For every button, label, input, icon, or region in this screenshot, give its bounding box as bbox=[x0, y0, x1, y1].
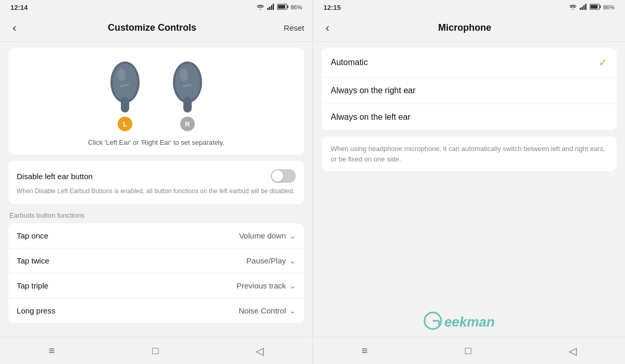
mic-option-left-ear-label: Always on the left ear bbox=[331, 112, 410, 122]
svg-rect-17 bbox=[580, 8, 581, 10]
earbuds-images: anker L anker bbox=[104, 56, 208, 131]
function-value-tap-triple: Previous track ⌄ bbox=[236, 281, 296, 291]
right-time: 12:15 bbox=[323, 4, 341, 11]
left-phone: 12:14 86% ‹ Customize Controls Reset bbox=[0, 0, 312, 364]
wifi-icon bbox=[256, 4, 265, 11]
left-nav-menu-icon[interactable]: ≡ bbox=[39, 341, 66, 361]
svg-point-10 bbox=[117, 69, 126, 81]
battery-percent-left: 86% bbox=[291, 4, 302, 10]
left-status-bar: 12:14 86% bbox=[0, 0, 312, 15]
check-icon-automatic: ✓ bbox=[598, 56, 607, 69]
tap-triple-value: Previous track bbox=[236, 281, 286, 290]
svg-text:eekman: eekman bbox=[444, 314, 495, 330]
svg-rect-5 bbox=[287, 6, 288, 8]
svg-point-8 bbox=[113, 64, 138, 101]
right-wifi-icon bbox=[569, 4, 577, 11]
left-back-button[interactable]: ‹ bbox=[8, 19, 20, 37]
function-name-tap-triple: Tap triple bbox=[17, 281, 48, 290]
function-row-tap-once[interactable]: Tap once Volume down ⌄ bbox=[8, 223, 304, 248]
svg-rect-14 bbox=[183, 97, 192, 112]
right-bottom-nav: ≡ □ ◁ bbox=[313, 337, 625, 364]
right-back-button[interactable]: ‹ bbox=[321, 19, 333, 37]
right-top-bar: ‹ Microphone bbox=[313, 15, 625, 42]
reset-button[interactable]: Reset bbox=[284, 23, 304, 32]
disable-toggle-card: Disable left ear button When Disable Lef… bbox=[8, 161, 304, 204]
function-row-tap-twice[interactable]: Tap twice Pause/Play ⌄ bbox=[8, 248, 304, 273]
disable-toggle-switch[interactable] bbox=[271, 169, 296, 183]
function-name-tap-once: Tap once bbox=[17, 231, 48, 240]
left-earbud-item[interactable]: anker L bbox=[104, 56, 146, 131]
earbuds-hint: Click 'Left Ear' or 'Right Ear' to set s… bbox=[88, 139, 224, 146]
right-content: Automatic ✓ Always on the right ear Alwa… bbox=[313, 42, 625, 337]
mic-description-text: When using headphone microphone, it can … bbox=[331, 144, 607, 164]
battery-percent-right: 86% bbox=[603, 4, 615, 10]
chevron-down-icon-tap-triple: ⌄ bbox=[289, 281, 296, 291]
right-earbud-shape: anker bbox=[167, 56, 208, 114]
function-name-tap-twice: Tap twice bbox=[17, 256, 49, 265]
right-nav-back-icon[interactable]: ◁ bbox=[558, 341, 587, 361]
right-phone: 12:15 86% ‹ Microphone Automatic ✓ bbox=[312, 0, 625, 364]
right-status-bar: 12:15 86% bbox=[313, 0, 625, 15]
function-value-tap-once: Volume down ⌄ bbox=[239, 231, 296, 241]
tap-twice-value: Pause/Play bbox=[246, 256, 286, 265]
watermark: eekman bbox=[422, 309, 516, 333]
functions-card: Tap once Volume down ⌄ Tap twice Pause/P… bbox=[8, 223, 304, 323]
left-nav-home-icon[interactable]: □ bbox=[142, 341, 169, 361]
function-row-tap-triple[interactable]: Tap triple Previous track ⌄ bbox=[8, 273, 304, 298]
chevron-down-icon-tap-once: ⌄ bbox=[289, 231, 296, 241]
right-earbud-item[interactable]: anker R bbox=[167, 56, 208, 131]
left-ear-badge[interactable]: L bbox=[118, 117, 132, 131]
function-name-long-press: Long press bbox=[17, 306, 55, 315]
svg-rect-9 bbox=[121, 97, 129, 112]
svg-rect-6 bbox=[278, 5, 285, 9]
left-time: 12:14 bbox=[10, 4, 28, 11]
mic-option-right-ear-label: Always on the right ear bbox=[331, 86, 416, 95]
mic-option-automatic-label: Automatic bbox=[331, 58, 368, 67]
right-battery-icon bbox=[590, 4, 601, 11]
mic-option-automatic[interactable]: Automatic ✓ bbox=[321, 48, 617, 78]
left-content: anker L anker bbox=[0, 42, 312, 337]
toggle-row: Disable left ear button bbox=[17, 169, 296, 183]
function-row-long-press[interactable]: Long press Noise Control ⌄ bbox=[8, 298, 304, 323]
right-ear-badge[interactable]: R bbox=[180, 117, 195, 131]
svg-rect-23 bbox=[590, 5, 597, 9]
function-value-tap-twice: Pause/Play ⌄ bbox=[246, 256, 296, 266]
svg-rect-0 bbox=[267, 8, 269, 10]
left-status-icons: 86% bbox=[256, 4, 302, 11]
tap-once-value: Volume down bbox=[239, 231, 286, 240]
chevron-down-icon-long-press: ⌄ bbox=[289, 306, 296, 316]
earbuds-card: anker L anker bbox=[8, 48, 304, 155]
left-top-bar: ‹ Customize Controls Reset bbox=[0, 15, 312, 42]
left-nav-back-icon[interactable]: ◁ bbox=[245, 341, 274, 361]
right-status-icons: 86% bbox=[569, 4, 615, 11]
right-nav-menu-icon[interactable]: ≡ bbox=[351, 341, 378, 361]
long-press-value: Noise Control bbox=[239, 306, 286, 315]
mic-options-card: Automatic ✓ Always on the right ear Alwa… bbox=[321, 48, 617, 130]
mic-option-right-ear[interactable]: Always on the right ear bbox=[321, 78, 617, 104]
toggle-label: Disable left ear button bbox=[17, 172, 93, 181]
signal-icon bbox=[267, 4, 275, 11]
svg-rect-22 bbox=[599, 6, 601, 8]
chevron-down-icon-tap-twice: ⌄ bbox=[289, 256, 296, 266]
function-value-long-press: Noise Control ⌄ bbox=[239, 306, 296, 316]
svg-rect-3 bbox=[272, 4, 274, 10]
svg-rect-19 bbox=[583, 5, 585, 10]
battery-icon bbox=[277, 4, 289, 11]
svg-point-13 bbox=[175, 64, 200, 101]
mic-description-card: When using headphone microphone, it can … bbox=[321, 136, 617, 171]
left-earbud-shape: anker bbox=[104, 56, 146, 114]
right-nav-home-icon[interactable]: □ bbox=[455, 341, 482, 361]
svg-rect-20 bbox=[585, 4, 586, 10]
toggle-hint: When Disable Left Earbud Buttons is enab… bbox=[17, 187, 296, 196]
left-bottom-nav: ≡ □ ◁ bbox=[0, 337, 312, 364]
svg-rect-18 bbox=[581, 7, 583, 10]
left-page-title: Customize Controls bbox=[108, 22, 196, 33]
toggle-knob bbox=[272, 170, 283, 182]
mic-option-left-ear[interactable]: Always on the left ear bbox=[321, 104, 617, 130]
svg-point-15 bbox=[180, 69, 188, 81]
section-label: Earbuds button functions bbox=[9, 211, 304, 219]
svg-rect-1 bbox=[269, 7, 270, 10]
svg-rect-2 bbox=[271, 5, 272, 10]
right-page-title: Microphone bbox=[438, 22, 491, 33]
right-signal-icon bbox=[579, 4, 588, 11]
